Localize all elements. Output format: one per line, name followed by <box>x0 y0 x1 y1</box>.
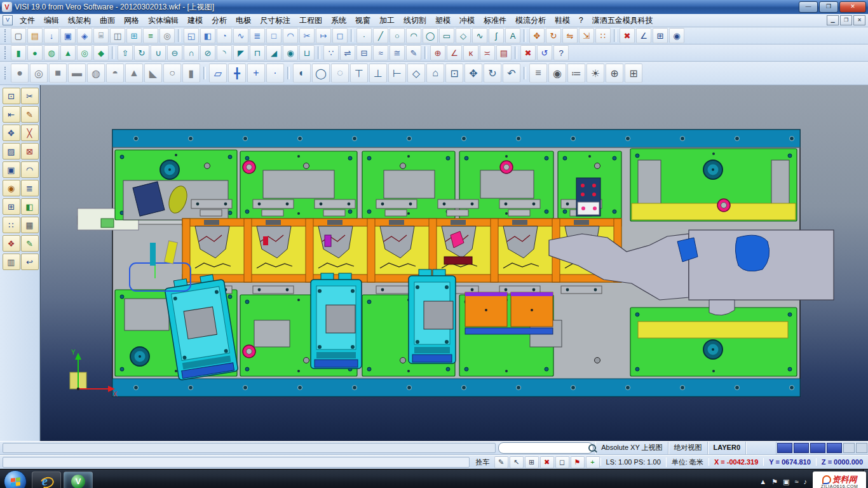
view-mode-indicator[interactable]: Absolute XY 上视图 <box>595 442 668 454</box>
plot-preview-icon[interactable]: ◫ <box>110 28 125 43</box>
fillet-corner-icon[interactable]: ◠ <box>21 161 39 178</box>
menu-mold[interactable]: 塑模 <box>431 14 455 27</box>
offset-surface-icon[interactable]: □ <box>266 28 281 43</box>
move-icon[interactable]: ✥ <box>529 28 545 43</box>
menu-analysis[interactable]: 分析 <box>207 14 231 27</box>
entity-info-icon[interactable]: ◉ <box>669 28 684 43</box>
solid-torus-icon[interactable]: ◎ <box>77 45 92 60</box>
wireframe-view-icon[interactable]: ◯ <box>312 64 330 83</box>
prim-cylinder-icon[interactable]: ● <box>11 64 29 83</box>
prim-sphere-icon[interactable]: ◍ <box>87 64 105 83</box>
new-document-icon[interactable]: ▢ <box>11 28 26 43</box>
helix-icon[interactable]: ∫ <box>489 28 504 43</box>
light-settings-icon[interactable]: ☀ <box>587 64 604 83</box>
toolbar-grip[interactable] <box>4 46 8 59</box>
sketch-pencil-icon[interactable]: ✎ <box>21 106 39 123</box>
cad-viewport[interactable]: YX <box>40 85 868 441</box>
minimize-button[interactable]: — <box>799 1 818 13</box>
menu-moldflow[interactable]: 模流分析 <box>511 14 550 27</box>
menu-wire-edm[interactable]: 线切割 <box>399 14 431 27</box>
mirror-body-icon[interactable]: ⇌ <box>340 45 355 60</box>
open-file-icon[interactable]: ▤ <box>27 28 43 43</box>
rotate-view-icon[interactable]: ↻ <box>484 64 501 83</box>
close-button[interactable]: ✕ <box>839 1 866 13</box>
pan-view-icon[interactable]: ✥ <box>465 64 482 83</box>
extrude-surface-icon[interactable]: ◧ <box>200 28 215 43</box>
scale-icon[interactable]: ⇲ <box>579 28 594 43</box>
prim-wedge-icon[interactable]: ◣ <box>144 64 162 83</box>
polygon-icon[interactable]: ◇ <box>456 28 471 43</box>
status-mini-button-2[interactable] <box>856 443 867 453</box>
add-point-icon[interactable]: + <box>586 456 600 468</box>
color-palette-icon[interactable]: ❖ <box>3 235 20 252</box>
prim-slab-icon[interactable]: ▬ <box>68 64 86 83</box>
block-insert-icon[interactable]: ▦ <box>21 217 39 233</box>
layer-indicator[interactable]: LAYER0 <box>708 442 746 454</box>
shaded-view-icon[interactable]: ◐ <box>293 64 311 83</box>
network-icon[interactable]: ≈ <box>794 478 798 485</box>
line-icon[interactable]: ╱ <box>373 28 388 43</box>
group-lock-icon[interactable]: ⊞ <box>3 198 20 215</box>
toolbar-grip[interactable] <box>4 29 8 42</box>
erase-entity-icon[interactable]: ⊠ <box>21 143 39 159</box>
circle-icon[interactable]: ○ <box>390 28 405 43</box>
status-mini-button-1[interactable] <box>843 443 855 453</box>
prim-cone-icon[interactable]: ▲ <box>125 64 143 83</box>
pattern-stamp-icon[interactable]: ∷ <box>3 217 20 233</box>
menu-drafting[interactable]: 工程图 <box>295 14 327 27</box>
print-icon[interactable]: ⌸ <box>93 28 109 43</box>
material-block-icon[interactable]: ▥ <box>3 254 20 270</box>
snap-settings-icon[interactable]: ⊕ <box>606 64 623 83</box>
loft-surface-icon[interactable]: ≣ <box>250 28 265 43</box>
status-block-1[interactable] <box>777 443 792 453</box>
arc-icon[interactable]: ◠ <box>406 28 421 43</box>
help-icon[interactable]: ? <box>553 45 569 60</box>
grid-toggle-icon[interactable]: ⊞ <box>625 64 642 83</box>
untrim-surface-icon[interactable]: ◻ <box>332 28 348 43</box>
analysis-report-icon[interactable]: ▤ <box>496 45 512 60</box>
flag-marker-icon[interactable]: ⚑ <box>571 456 585 468</box>
magnet-snap-icon[interactable]: ◉ <box>3 180 20 196</box>
menu-electrode[interactable]: 电极 <box>231 14 255 27</box>
rotate-icon[interactable]: ↻ <box>546 28 561 43</box>
regenerate-icon[interactable]: ↺ <box>537 45 552 60</box>
absolute-view-button[interactable]: 绝对视图 <box>668 442 708 454</box>
direct-edit-icon[interactable]: ✎ <box>406 45 421 60</box>
solid-prism-icon[interactable]: ◆ <box>93 45 109 60</box>
copy-entity-icon[interactable]: ▣ <box>3 161 20 178</box>
dynamic-section-icon[interactable]: ⊕ <box>430 45 445 60</box>
search-box[interactable] <box>498 442 593 454</box>
prim-rod-icon[interactable]: ▮ <box>182 64 200 83</box>
prim-cube-icon[interactable]: ■ <box>49 64 67 83</box>
copy-clipboard-icon[interactable]: ⊞ <box>126 28 142 43</box>
save-as-icon[interactable]: ◈ <box>77 28 92 43</box>
boolean-subtract-icon[interactable]: ⊖ <box>167 45 182 60</box>
prim-ring-icon[interactable]: ○ <box>163 64 181 83</box>
status-block-4[interactable] <box>827 443 842 453</box>
point-icon[interactable]: · <box>356 28 372 43</box>
shell-solid-icon[interactable]: ⊓ <box>250 45 265 60</box>
datum-plane-icon[interactable]: ▱ <box>209 64 227 83</box>
layer-manager-icon[interactable]: ≡ <box>529 64 547 83</box>
solid-sphere-icon[interactable]: ◍ <box>44 45 59 60</box>
menu-wireframe[interactable]: 线架构 <box>64 14 95 27</box>
pocket-feature-icon[interactable]: ⊔ <box>299 45 315 60</box>
break-entity-icon[interactable]: ╳ <box>21 125 39 141</box>
zoom-window-icon[interactable]: ⊡ <box>445 64 463 83</box>
menu-surface[interactable]: 曲面 <box>95 14 119 27</box>
hatch-fill-icon[interactable]: ▨ <box>3 143 20 159</box>
ellipse-icon[interactable]: ◯ <box>423 28 438 43</box>
rectangle-icon[interactable]: ▭ <box>439 28 454 43</box>
hole-feature-icon[interactable]: ◉ <box>283 45 298 60</box>
menu-standard-parts[interactable]: 标准件 <box>479 14 511 27</box>
tray-expand-icon[interactable]: ▲ <box>759 478 766 485</box>
sweep-surface-icon[interactable]: ∿ <box>233 28 248 43</box>
menu-brand[interactable]: 潇洒五金模具科技 <box>588 14 658 27</box>
fillet-surface-icon[interactable]: ◠ <box>283 28 298 43</box>
plane-surface-icon[interactable]: ◱ <box>184 28 199 43</box>
edit-pen-icon[interactable]: ✎ <box>494 456 508 468</box>
prim-dome-icon[interactable]: ◓ <box>106 64 124 83</box>
measure-icon[interactable]: ∠ <box>636 28 651 43</box>
datum-point-icon[interactable]: · <box>266 64 284 83</box>
search-input[interactable] <box>502 444 588 452</box>
